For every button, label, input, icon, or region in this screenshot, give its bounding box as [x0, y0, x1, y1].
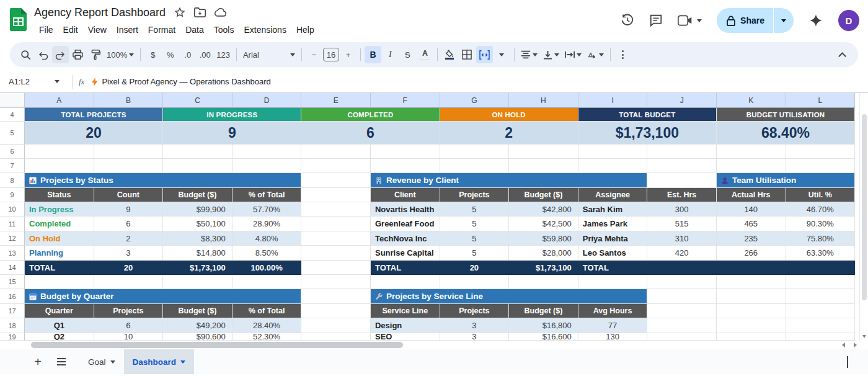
cell[interactable]: Projects: [440, 304, 510, 318]
horizontal-scrollbar[interactable]: [0, 341, 868, 349]
cell[interactable]: [163, 145, 232, 159]
column-header-F[interactable]: F: [371, 93, 440, 108]
cell[interactable]: Status: [25, 188, 94, 202]
cell[interactable]: Service Line: [371, 304, 440, 318]
column-header-C[interactable]: C: [163, 93, 232, 108]
cell[interactable]: [578, 275, 648, 289]
cell[interactable]: 28.40%: [232, 318, 302, 333]
sheet-tab-goal[interactable]: Goal: [79, 349, 124, 374]
cell[interactable]: 5: [440, 202, 510, 217]
cell[interactable]: 6: [94, 217, 164, 231]
cell[interactable]: 20: [440, 261, 510, 275]
cell[interactable]: 4.80%: [232, 231, 302, 246]
cell[interactable]: [301, 261, 371, 275]
column-header-I[interactable]: I: [578, 93, 648, 108]
cell[interactable]: [509, 159, 578, 173]
cell[interactable]: 57.70%: [232, 202, 302, 217]
cell[interactable]: [301, 231, 371, 246]
cell[interactable]: [301, 202, 371, 217]
scroll-left-arrow[interactable]: [842, 342, 845, 347]
scroll-down-arrow[interactable]: [862, 335, 866, 338]
cell[interactable]: Budget by Quarter: [25, 289, 301, 304]
cell[interactable]: Leo Santos: [578, 246, 648, 261]
vertical-scrollbar[interactable]: [859, 93, 868, 341]
font-selector[interactable]: Arial: [241, 46, 298, 63]
cell[interactable]: Projects: [440, 188, 510, 202]
cell[interactable]: [301, 333, 371, 341]
column-header-G[interactable]: G: [440, 93, 510, 108]
meet-dropdown-caret[interactable]: [697, 19, 702, 22]
cell[interactable]: [647, 318, 717, 333]
menu-format[interactable]: Format: [143, 23, 180, 37]
meet-video-call-button[interactable]: [678, 15, 702, 26]
row-header-13[interactable]: 13: [0, 246, 25, 261]
row-header-4[interactable]: 4: [0, 108, 25, 122]
cell[interactable]: 100.00%: [232, 261, 302, 275]
cell[interactable]: [301, 289, 371, 304]
cell[interactable]: 90.30%: [786, 217, 856, 231]
row-header-19[interactable]: 19: [0, 333, 25, 341]
cell[interactable]: $16,800: [509, 318, 578, 333]
cell[interactable]: TOTAL: [578, 261, 648, 275]
cell[interactable]: Completed: [25, 217, 94, 231]
search-menus-icon[interactable]: [17, 46, 34, 63]
row-header-7[interactable]: 7: [0, 159, 25, 173]
cell[interactable]: [440, 159, 510, 173]
cell[interactable]: % of Total: [232, 188, 302, 202]
cell[interactable]: $14,800: [163, 246, 232, 261]
cell[interactable]: [717, 318, 786, 333]
cell[interactable]: 46.70%: [786, 202, 856, 217]
cell[interactable]: 77: [578, 318, 648, 333]
cell[interactable]: [232, 145, 302, 159]
cell[interactable]: 515: [647, 217, 717, 231]
cell[interactable]: [786, 333, 856, 341]
cell[interactable]: [647, 173, 717, 188]
cell[interactable]: 130: [578, 333, 648, 341]
horizontal-align-button[interactable]: [518, 46, 540, 63]
move-to-folder-icon[interactable]: [194, 7, 206, 17]
cloud-status-icon[interactable]: [215, 8, 227, 17]
column-header-J[interactable]: J: [647, 93, 717, 108]
cell[interactable]: $16,600: [509, 333, 578, 341]
cell[interactable]: [301, 145, 371, 159]
column-header-L[interactable]: L: [786, 93, 856, 108]
vertical-scrollbar-thumb[interactable]: [862, 114, 867, 300]
cell[interactable]: $99,900: [163, 202, 232, 217]
cell[interactable]: 63.30%: [786, 246, 856, 261]
cell[interactable]: [786, 159, 856, 173]
cell[interactable]: [647, 275, 717, 289]
menu-tools[interactable]: Tools: [209, 23, 239, 37]
menu-insert[interactable]: Insert: [112, 23, 143, 37]
undo-button[interactable]: [35, 46, 51, 63]
cell[interactable]: Projects: [94, 304, 164, 318]
share-dropdown-caret[interactable]: [774, 8, 794, 33]
number-format-button[interactable]: 123: [214, 46, 232, 63]
cell[interactable]: [94, 275, 164, 289]
cell[interactable]: Avg Hours: [578, 304, 648, 318]
sheets-logo-icon[interactable]: [10, 8, 27, 34]
cell[interactable]: [301, 188, 371, 202]
hide-menus-chevron[interactable]: [834, 46, 851, 63]
document-title[interactable]: Agency Report Dashboard: [34, 6, 166, 19]
cell[interactable]: $90,600: [163, 333, 232, 341]
cell[interactable]: COMPLETED: [301, 108, 440, 122]
cell[interactable]: 300: [647, 202, 717, 217]
cell[interactable]: [371, 159, 440, 173]
sheet-tab-dashboard[interactable]: Dashboard: [124, 349, 195, 374]
row-header-9[interactable]: 9: [0, 188, 25, 202]
show-side-panel-chevron[interactable]: [847, 356, 868, 367]
cell[interactable]: 235: [717, 231, 786, 246]
text-rotation-button[interactable]: A: [585, 46, 606, 63]
cell[interactable]: [509, 145, 578, 159]
cell[interactable]: [717, 304, 786, 318]
cell[interactable]: 5: [440, 246, 510, 261]
cell[interactable]: Client: [371, 188, 440, 202]
row-header-12[interactable]: 12: [0, 231, 25, 246]
cell[interactable]: [647, 304, 717, 318]
cell[interactable]: TechNova Inc: [371, 231, 440, 246]
cell[interactable]: 9: [163, 122, 301, 145]
cell[interactable]: [647, 261, 717, 275]
select-all-corner[interactable]: [0, 93, 25, 108]
cell[interactable]: 52.30%: [232, 333, 302, 341]
font-size-input[interactable]: 16: [323, 48, 339, 61]
